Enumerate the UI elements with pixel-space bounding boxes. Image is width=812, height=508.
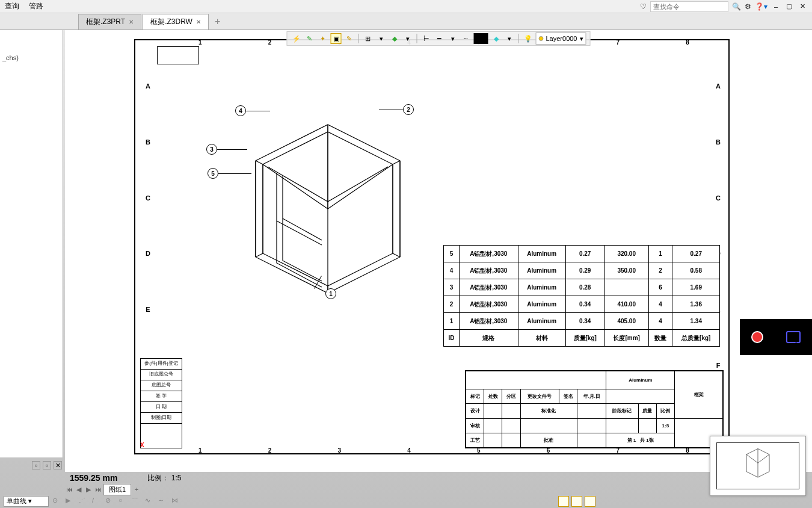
- sheet-tab-1[interactable]: 图纸1: [103, 484, 131, 495]
- panel-icon-1[interactable]: ▫: [32, 461, 40, 469]
- dropdown-icon: ▾: [580, 35, 583, 43]
- drawing-sheet[interactable]: 12345678 12345678 ABCDEF ABCDEF: [134, 39, 730, 454]
- close-icon[interactable]: ✕: [129, 19, 134, 25]
- layer-selector[interactable]: Layer0000 ▾: [536, 33, 586, 45]
- record-button[interactable]: [751, 331, 763, 343]
- balloon-1[interactable]: 1: [325, 288, 336, 299]
- sheet-prev[interactable]: ◀: [75, 486, 83, 494]
- tool-icon[interactable]: ○: [118, 497, 128, 506]
- left-panel: _chs): [0, 30, 63, 457]
- tool-icon[interactable]: ▾: [376, 33, 387, 44]
- layer-color-dot: [539, 36, 544, 41]
- view-icon-1[interactable]: [558, 496, 569, 507]
- curve-selector[interactable]: 单曲线 ▾: [4, 496, 49, 507]
- panel-icon-2[interactable]: ▫: [43, 461, 51, 469]
- axis-marker: X: [140, 442, 144, 448]
- balloon-4[interactable]: 4: [235, 105, 246, 116]
- search-icon[interactable]: 🔍: [732, 2, 741, 11]
- help-icon[interactable]: ❓▾: [755, 2, 767, 11]
- menubar: 查询 管路 ♡ 🔍 ⚙ ❓▾ – ▢ ✕: [0, 0, 812, 13]
- balloon-5[interactable]: 5: [208, 168, 218, 179]
- tool-icon[interactable]: /: [92, 497, 102, 506]
- tool-icon[interactable]: ⌒: [132, 497, 141, 506]
- sheet-tabs: ⏮ ◀ ▶ ⏭ 图纸1 +: [65, 484, 141, 495]
- tool-icon[interactable]: ∼: [158, 497, 168, 506]
- tool-icon[interactable]: ▾: [402, 33, 413, 44]
- corner-box: [157, 46, 199, 64]
- add-tab-button[interactable]: +: [210, 14, 225, 29]
- tool-icon[interactable]: ━: [434, 33, 445, 44]
- add-sheet[interactable]: +: [132, 486, 141, 493]
- left-panel-icons: ▫ ▫ ✕: [0, 460, 63, 472]
- balloon-3[interactable]: 3: [206, 144, 217, 155]
- tool-icon[interactable]: ⋰: [79, 497, 88, 506]
- sheet-first[interactable]: ⏮: [65, 486, 73, 493]
- tool-icon[interactable]: ⊙: [52, 497, 62, 506]
- bottom-toolbar: 单曲线 ▾ ⊙ ▶ ⋰ / ⊘ ○ ⌒ ∿ ∼ ⋈: [0, 495, 812, 508]
- sheet-last[interactable]: ⏭: [94, 486, 102, 493]
- tool-icon[interactable]: ◆: [389, 33, 400, 44]
- panel-text: _chs): [0, 30, 63, 85]
- search-command-input[interactable]: [650, 1, 728, 12]
- tool-icon[interactable]: ✎: [304, 33, 315, 44]
- close-button[interactable]: ✕: [798, 2, 807, 11]
- settings-icon[interactable]: ⚙: [745, 2, 751, 11]
- sheet-next[interactable]: ▶: [84, 486, 93, 494]
- view-mode-icons: [558, 496, 595, 507]
- tool-icon[interactable]: ⊢: [421, 33, 432, 44]
- tool-icon[interactable]: ∿: [145, 497, 155, 506]
- status-bar: 1559.25 mm 比例： 1:5: [65, 472, 812, 484]
- cursor-icon: ➤: [793, 337, 807, 357]
- coordinate-readout: 1559.25 mm: [70, 473, 117, 483]
- scale-readout: 比例： 1:5: [147, 473, 181, 483]
- tool-icon[interactable]: ▣: [331, 33, 342, 44]
- tool-icon[interactable]: ✦: [318, 33, 328, 44]
- tab-z3prt[interactable]: 框架.Z3PRT✕: [78, 14, 141, 29]
- tool-icon[interactable]: ⋈: [171, 497, 181, 506]
- tool-icon[interactable]: ◆: [491, 33, 502, 44]
- bom-table: 5A铝型材,3030Aluminum0.27320.0010.27 4A铝型材,…: [443, 245, 720, 347]
- tool-icon[interactable]: [474, 33, 488, 44]
- balloon-2[interactable]: 2: [403, 104, 414, 115]
- row-labels-left: ABCDEF: [143, 58, 153, 393]
- bulb-icon[interactable]: 💡: [523, 33, 534, 44]
- document-tabs: 框架.Z3PRT✕ 框架.Z3DRW✕ +: [0, 13, 812, 30]
- cube-isometric-view: [220, 88, 424, 299]
- maximize-button[interactable]: ▢: [784, 2, 794, 11]
- grid-icon[interactable]: ⊞: [363, 33, 374, 44]
- thumbnail-preview[interactable]: [710, 436, 806, 496]
- view-icon-2[interactable]: [571, 496, 582, 507]
- tool-icon[interactable]: ┄: [461, 33, 472, 44]
- canvas-area[interactable]: ⚡ ✎ ✦ ▣ ✎ ⊞ ▾ ◆ ▾ ⊢ ━ ▾ ┄ ◆ ▾ 💡 Layer000…: [65, 30, 812, 472]
- close-icon[interactable]: ✕: [196, 19, 201, 25]
- tool-icon[interactable]: ⚡: [291, 33, 302, 44]
- tab-z3drw[interactable]: 框架.Z3DRW✕: [143, 14, 209, 29]
- title-block-right: Aluminum框架 标记处数分区更改文件号签名年.月.日 设计标准化阶段标记质…: [465, 370, 724, 448]
- panel-icon-3[interactable]: ✕: [54, 461, 62, 469]
- title-block-left: 参(件)用件|登记 旧底图总号 底图总号 签 字 日 期 制图|日期: [140, 358, 182, 448]
- tool-icon[interactable]: ▶: [66, 497, 75, 506]
- tool-icon[interactable]: ▾: [504, 33, 515, 44]
- minimize-button[interactable]: –: [771, 2, 781, 11]
- view-icon-3[interactable]: [585, 496, 595, 507]
- tool-icon[interactable]: ✎: [344, 33, 355, 44]
- menu-pipe[interactable]: 管路: [29, 1, 43, 11]
- tool-icon[interactable]: ⊘: [105, 497, 115, 506]
- tool-icon[interactable]: ▾: [448, 33, 458, 44]
- title-block: 参(件)用件|登记 旧底图总号 底图总号 签 字 日 期 制图|日期 Alumi…: [140, 358, 724, 448]
- menu-query[interactable]: 查询: [5, 1, 19, 11]
- drawing-toolbar: ⚡ ✎ ✦ ▣ ✎ ⊞ ▾ ◆ ▾ ⊢ ━ ▾ ┄ ◆ ▾ 💡 Layer000…: [287, 31, 591, 46]
- heart-icon[interactable]: ♡: [640, 2, 647, 11]
